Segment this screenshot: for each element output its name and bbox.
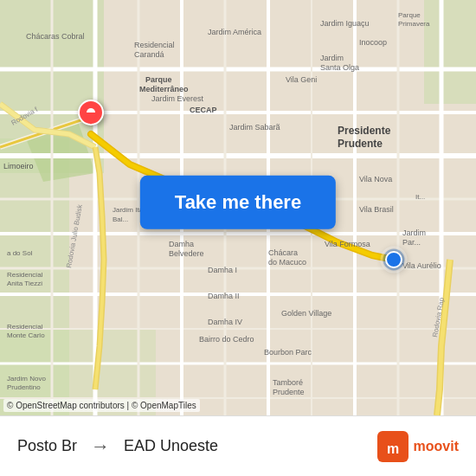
svg-text:Par...: Par... <box>402 238 421 247</box>
take-me-there-overlay: Take me there <box>140 176 336 229</box>
svg-text:m: m <box>386 441 398 456</box>
svg-text:Bal...: Bal... <box>113 215 128 223</box>
svg-text:Belvedere: Belvedere <box>169 249 204 258</box>
svg-text:Primavera: Primavera <box>398 20 430 28</box>
svg-text:Vila Aurélio: Vila Aurélio <box>402 261 441 270</box>
svg-text:Monte Carlo: Monte Carlo <box>7 331 45 339</box>
svg-text:Carandá: Carandá <box>134 50 164 59</box>
svg-text:Residencial: Residencial <box>7 323 43 331</box>
svg-text:Tamboré: Tamboré <box>273 378 303 387</box>
moovit-text: moovit <box>414 439 459 454</box>
svg-rect-3 <box>424 0 476 104</box>
svg-text:Vila Nova: Vila Nova <box>359 175 392 183</box>
origin-label: Posto Br <box>17 437 77 455</box>
svg-text:CECAP: CECAP <box>190 106 217 114</box>
svg-text:Parque: Parque <box>145 75 172 84</box>
svg-text:Anita Tiezzi: Anita Tiezzi <box>7 280 42 287</box>
bottom-bar: Posto Br → EAD Unoeste m moovit <box>0 415 476 476</box>
svg-text:Presidente: Presidente <box>338 125 391 137</box>
svg-text:Jardim Everest: Jardim Everest <box>151 94 204 103</box>
svg-text:Prudente: Prudente <box>338 138 383 150</box>
svg-text:Santa Olga: Santa Olga <box>320 63 359 72</box>
map-attribution: © OpenStreetMap contributors | © OpenMap… <box>3 399 200 412</box>
svg-text:Prudentino: Prudentino <box>7 383 41 391</box>
svg-text:Damha IV: Damha IV <box>208 318 242 326</box>
svg-text:Vila Brasil: Vila Brasil <box>359 205 394 214</box>
svg-text:Inocoop: Inocoop <box>359 38 387 47</box>
svg-text:Chácaras Cobral: Chácaras Cobral <box>26 32 85 41</box>
svg-text:Jardim Iguaçu: Jardim Iguaçu <box>320 19 370 28</box>
svg-text:Prudente: Prudente <box>273 388 305 396</box>
svg-text:Golden Village: Golden Village <box>281 309 331 318</box>
svg-text:Vila Formosa: Vila Formosa <box>325 240 370 248</box>
svg-text:Parque: Parque <box>398 11 421 19</box>
arrow-icon: → <box>91 435 110 458</box>
svg-text:Damha I: Damha I <box>208 266 237 274</box>
svg-text:It...: It... <box>415 193 425 201</box>
svg-text:Jardim: Jardim <box>402 228 426 237</box>
svg-text:Chácara: Chácara <box>268 248 298 257</box>
svg-point-84 <box>386 252 402 267</box>
svg-text:Jardim Novo: Jardim Novo <box>7 375 46 383</box>
svg-text:Bourbon Parc: Bourbon Parc <box>264 348 312 357</box>
svg-text:Mediterrâneo: Mediterrâneo <box>139 85 189 93</box>
svg-text:do Macuco: do Macuco <box>268 258 306 267</box>
svg-text:Limoeiro: Limoeiro <box>3 162 34 170</box>
svg-text:Jardim Sabarã: Jardim Sabarã <box>229 123 280 132</box>
svg-text:Jardim: Jardim <box>320 54 344 62</box>
destination-label: EAD Unoeste <box>124 437 218 455</box>
svg-text:Vila Geni: Vila Geni <box>286 75 317 84</box>
svg-text:Bairro do Cedro: Bairro do Cedro <box>199 335 254 344</box>
svg-text:Damha: Damha <box>169 240 194 248</box>
map-container: Chácaras Cobral Residencial Carandá Jard… <box>0 0 476 415</box>
svg-text:Residencial: Residencial <box>7 271 43 279</box>
svg-text:Residencial: Residencial <box>134 41 175 49</box>
svg-text:a do Sol: a do Sol <box>7 249 33 257</box>
moovit-logo: m moovit <box>377 431 459 462</box>
moovit-icon: m <box>377 431 408 462</box>
take-me-there-button[interactable]: Take me there <box>140 176 336 229</box>
svg-text:Jardim América: Jardim América <box>208 28 261 36</box>
svg-text:Damha II: Damha II <box>208 292 240 300</box>
